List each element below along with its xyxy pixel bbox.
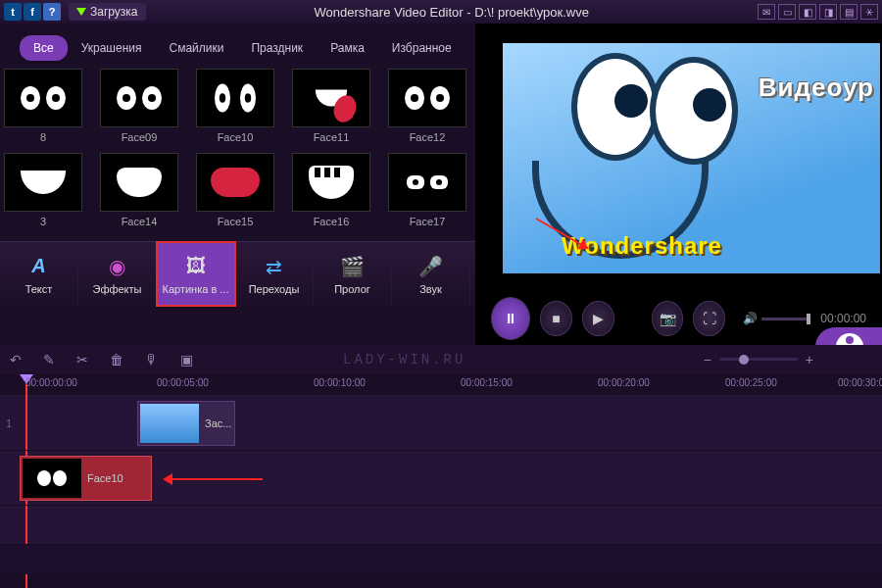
- ruler-tick: 00:00:00:00: [25, 377, 77, 388]
- download-button[interactable]: Загрузка: [69, 3, 146, 21]
- tool-sound[interactable]: 🎤Звук: [392, 242, 470, 306]
- clip-label: Зас...: [205, 417, 231, 429]
- track-1[interactable]: 1 Зас...: [0, 396, 882, 451]
- zoom-in-icon[interactable]: +: [806, 352, 813, 368]
- ruler-tick: 00:00:10:00: [314, 377, 366, 388]
- preview-video[interactable]: Видеоур Wondershare: [503, 43, 880, 273]
- snapshot-button[interactable]: 📷: [652, 301, 684, 336]
- delete-icon[interactable]: 🗑: [110, 352, 123, 368]
- thumb-face15[interactable]: Face15: [196, 153, 274, 227]
- zoom-control[interactable]: − +: [704, 352, 813, 368]
- crop-icon[interactable]: ▣: [180, 352, 193, 368]
- timeline-ruler[interactable]: 00:00:00:00 00:00:05:00 00:00:10:00 00:0…: [0, 374, 882, 396]
- undo-icon[interactable]: ↶: [10, 352, 22, 368]
- voiceover-icon[interactable]: 🎙: [145, 352, 159, 368]
- track-4[interactable]: [0, 545, 882, 574]
- main-area: Все Украшения Смайлики Праздник Рамка Из…: [0, 24, 882, 345]
- clip-pip-face10[interactable]: Face10: [20, 456, 152, 501]
- zoom-slider[interactable]: [719, 358, 798, 362]
- clip-thumbnail: [23, 459, 81, 498]
- edit-icon[interactable]: ✎: [43, 352, 55, 368]
- cat-decor[interactable]: Украшения: [68, 35, 156, 61]
- clip-thumbnail: [140, 404, 199, 443]
- ruler-tick: 00:00:15:00: [461, 377, 513, 388]
- timeline-tracks: 1 Зас... Face10: [0, 396, 882, 574]
- thumbnail-grid: 8 Face09 Face10 Face11 Face12 3 Face14 F…: [0, 61, 475, 241]
- track-number: 1: [0, 417, 18, 429]
- cut-icon[interactable]: ✂: [76, 352, 88, 368]
- tool-transitions[interactable]: ⇄Переходы: [235, 242, 314, 306]
- thumb-face14[interactable]: Face14: [100, 153, 178, 227]
- thumb-face09[interactable]: Face09: [100, 69, 178, 143]
- stop-button[interactable]: ■: [540, 301, 572, 336]
- window-icons: ✉ ▭ ◧ ◨ ▤ ⚹: [758, 4, 878, 20]
- tool-text[interactable]: AТекст: [0, 242, 78, 306]
- tool-pip[interactable]: 🖼Картинка в ...: [157, 242, 235, 306]
- tool-effects[interactable]: ◉Эффекты: [78, 242, 157, 306]
- social-twitter[interactable]: t: [4, 3, 22, 21]
- social-facebook[interactable]: f: [24, 3, 41, 21]
- thumb-face17[interactable]: Face17: [388, 153, 466, 227]
- thumb-face10[interactable]: Face10: [196, 69, 274, 143]
- win-icon-6[interactable]: ⚹: [860, 4, 878, 20]
- thumb-face12[interactable]: Face12: [388, 69, 466, 143]
- thumb-face16[interactable]: Face16: [292, 153, 370, 227]
- library-panel: Все Украшения Смайлики Праздник Рамка Из…: [0, 24, 475, 345]
- track-3[interactable]: [0, 506, 882, 545]
- cat-fav[interactable]: Избранное: [378, 35, 466, 61]
- pause-button[interactable]: II: [491, 297, 530, 340]
- zoom-out-icon[interactable]: −: [704, 352, 711, 368]
- intro-icon: 🎬: [338, 254, 368, 279]
- sound-icon: 🎤: [416, 254, 446, 279]
- volume-icon: 🔊: [743, 312, 758, 325]
- cat-frame[interactable]: Рамка: [317, 35, 378, 61]
- preview-panel: Видеоур Wondershare II ■ ▶ 📷 ⛶ 🔊 00:00:0…: [475, 24, 882, 345]
- effects-icon: ◉: [103, 254, 132, 279]
- social-help[interactable]: ?: [43, 3, 61, 21]
- thumb-face08[interactable]: 8: [4, 69, 82, 143]
- timecode-display: 00:00:00: [820, 312, 866, 325]
- cat-all[interactable]: Все: [20, 35, 68, 61]
- category-tabs: Все Украшения Смайлики Праздник Рамка Из…: [0, 29, 475, 61]
- clip-video[interactable]: Зас...: [137, 401, 235, 446]
- ruler-tick: 00:00:25:00: [725, 377, 777, 388]
- ruler-tick: 00:00:20:00: [598, 377, 650, 388]
- social-buttons: t f ?: [4, 3, 61, 21]
- play-button[interactable]: ▶: [582, 301, 614, 336]
- tool-tabs: AТекст ◉Эффекты 🖼Картинка в ... ⇄Переход…: [0, 241, 475, 306]
- cat-smiles[interactable]: Смайлики: [156, 35, 238, 61]
- thumb-face13[interactable]: 3: [4, 153, 82, 227]
- transitions-icon: ⇄: [260, 254, 289, 279]
- pip-icon: 🖼: [181, 254, 211, 279]
- download-arrow-icon: [76, 8, 86, 16]
- win-icon-4[interactable]: ◨: [819, 4, 837, 20]
- win-icon-5[interactable]: ▤: [840, 4, 858, 20]
- win-icon-2[interactable]: ▭: [778, 4, 796, 20]
- fullscreen-button[interactable]: ⛶: [693, 301, 725, 336]
- window-title: Wondershare Video Editor - D:\! proekt\у…: [146, 5, 758, 20]
- text-icon: A: [24, 254, 54, 279]
- annotation-arrow-timeline: [165, 478, 263, 480]
- thumb-face11[interactable]: Face11: [292, 69, 370, 143]
- cat-holiday[interactable]: Праздник: [237, 35, 317, 61]
- ruler-tick: 00:00:30:0: [838, 377, 882, 388]
- timeline-toolbar: ↶ ✎ ✂ 🗑 🎙 ▣ LADY-WIN.RU − +: [0, 345, 882, 374]
- titlebar: t f ? Загрузка Wondershare Video Editor …: [0, 0, 882, 24]
- win-icon-1[interactable]: ✉: [758, 4, 775, 20]
- tool-intro[interactable]: 🎬Пролог: [314, 242, 392, 306]
- watermark-text: LADY-WIN.RU: [343, 352, 466, 368]
- ruler-tick: 00:00:05:00: [157, 377, 209, 388]
- win-icon-3[interactable]: ◧: [799, 4, 816, 20]
- download-label: Загрузка: [90, 5, 138, 19]
- volume-control[interactable]: 🔊: [743, 312, 810, 325]
- preview-overlay-text1: Видеоур: [759, 73, 874, 103]
- track-2[interactable]: Face10: [0, 451, 882, 506]
- clip-label: Face10: [87, 472, 123, 484]
